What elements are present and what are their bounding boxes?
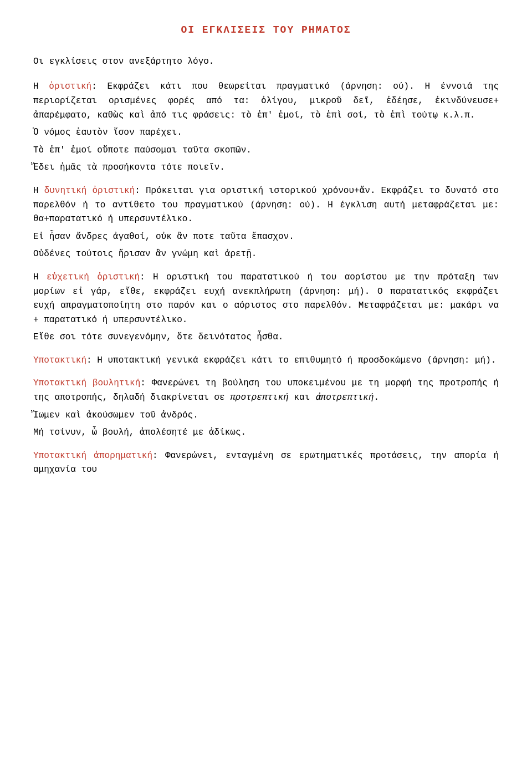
euchetiki-label2: ὀριστική xyxy=(97,272,140,282)
intro-section: Οι εγκλίσεις στον ανεξάρτητο λόγο. xyxy=(33,55,499,69)
dynitiki-example2: Οὐδένες τούτοις ἤρισαν ἂν γνώμη καὶ ἀρετ… xyxy=(33,247,499,262)
oristiki-example3: Ἔδει ἡμᾶς τὰ προσήκοντα τότε ποιεῖν. xyxy=(33,161,499,175)
euchetiki-paragraph: Η εὐχετική ὀριστική: Η οριστική του παρα… xyxy=(33,271,499,327)
voulitiki-section: Υποτακτική βουλητική: Φανερώνει τη βούλη… xyxy=(33,376,499,440)
dynitiki-label1: δυνητική xyxy=(44,186,87,196)
voulitiki-label1: Υποτακτική xyxy=(33,378,86,388)
voulitiki-example1: Ἴωμεν καὶ ἀκούσωμεν τοῦ ἀνδρός. xyxy=(33,409,499,423)
oristiki-section: Η ὀριστική: Εκφράζει κάτι που θεωρείται … xyxy=(33,80,499,175)
protreptiki-label: προτρεπτική xyxy=(230,393,289,403)
dynitiki-indent: Η δυνητική ὀριστική: Πρόκειται για οριστ… xyxy=(33,186,499,224)
voulitiki-paragraph: Υποτακτική βουλητική: Φανερώνει τη βούλη… xyxy=(33,376,499,405)
intro-text: Οι εγκλίσεις στον ανεξάρτητο λόγο. xyxy=(33,55,499,69)
aporim-paragraph: Υποτακτική ἀπορηματική: Φανερώνει, ενταγ… xyxy=(33,449,499,477)
dynitiki-example1: Εἰ ἦσαν ἄνδρες ἀγαθοί, οὐκ ἂν ποτε ταῦτα… xyxy=(33,230,499,245)
page-container: ΟΙ ΕΓΚΛΙΣΕΙΣ ΤΟΥ ΡΗΜΑΤΟΣ Οι εγκλίσεις στ… xyxy=(33,22,499,477)
oristiki-label: ὀριστική xyxy=(49,82,91,91)
aporim-label1: Υποτακτική xyxy=(33,451,86,461)
voulitiki-example2: Μή τοίνυν, ὦ βουλή, ἀπολέσητέ με ἀδίκως. xyxy=(33,426,499,440)
dynitiki-label2: ὀριστική xyxy=(92,186,135,196)
apotreptiki-label: ἀποτρεπτική xyxy=(315,393,374,403)
ypotaktiki-indent: Υποτακτική: Η υποτακτική γενικά εκφράζει… xyxy=(33,355,496,365)
oristiki-indent: Η ὀριστική: Εκφράζει κάτι που θεωρείται … xyxy=(33,82,499,120)
ypotaktiki-paragraph: Υποτακτική: Η υποτακτική γενικά εκφράζει… xyxy=(33,354,499,368)
oristiki-example2: Τὸ ἐπ' ἐμοί οὔποτε παύσομαι ταῦτα σκοπῶν… xyxy=(33,144,499,158)
aporim-indent: Υποτακτική ἀπορηματική: Φανερώνει, ενταγ… xyxy=(33,451,499,475)
dynitiki-paragraph: Η δυνητική ὀριστική: Πρόκειται για οριστ… xyxy=(33,184,499,227)
aporim-label2: ἀπορηματική xyxy=(94,451,152,461)
euchetiki-label1: εὐχετική xyxy=(47,272,89,282)
euchetiki-example1: Εἴθε σοι τότε συνεγενόμην, ὅτε δεινότατο… xyxy=(33,330,499,345)
euchetiki-indent: Η εὐχετική ὀριστική: Η οριστική του παρα… xyxy=(33,272,499,325)
ypotaktiki-section: Υποτακτική: Η υποτακτική γενικά εκφράζει… xyxy=(33,354,499,368)
voulitiki-label2: βουλητική xyxy=(93,378,140,388)
page-title: ΟΙ ΕΓΚΛΙΣΕΙΣ ΤΟΥ ΡΗΜΑΤΟΣ xyxy=(33,22,499,38)
oristiki-paragraph: Η ὀριστική: Εκφράζει κάτι που θεωρείται … xyxy=(33,80,499,123)
euchetiki-section: Η εὐχετική ὀριστική: Η οριστική του παρα… xyxy=(33,271,499,345)
ypotaktiki-label: Υποτακτική xyxy=(33,355,86,365)
voulitiki-indent: Υποτακτική βουλητική: Φανερώνει τη βούλη… xyxy=(33,378,499,403)
oristiki-example1: Ὁ νόμος ἑαυτὸν ἴσον παρέχει. xyxy=(33,126,499,140)
dynitiki-section: Η δυνητική ὀριστική: Πρόκειται για οριστ… xyxy=(33,184,499,262)
aporim-section: Υποτακτική ἀπορηματική: Φανερώνει, ενταγ… xyxy=(33,449,499,477)
